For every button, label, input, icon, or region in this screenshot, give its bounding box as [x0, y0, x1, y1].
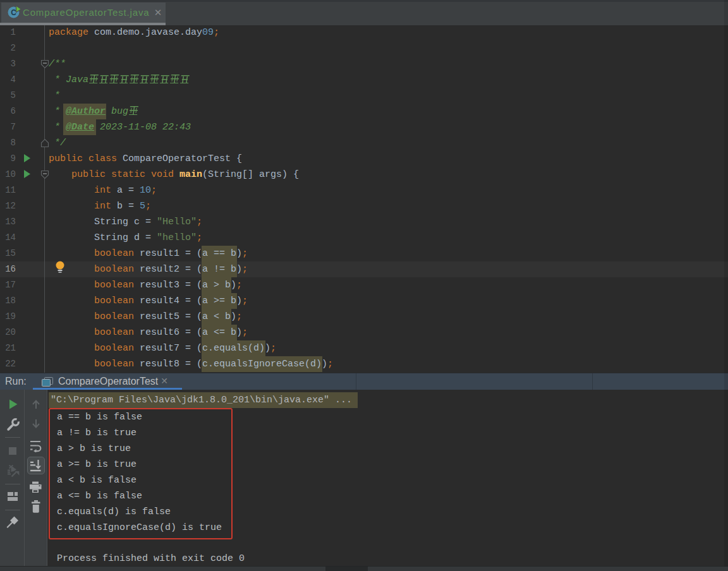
svg-text:C: C	[11, 8, 16, 17]
